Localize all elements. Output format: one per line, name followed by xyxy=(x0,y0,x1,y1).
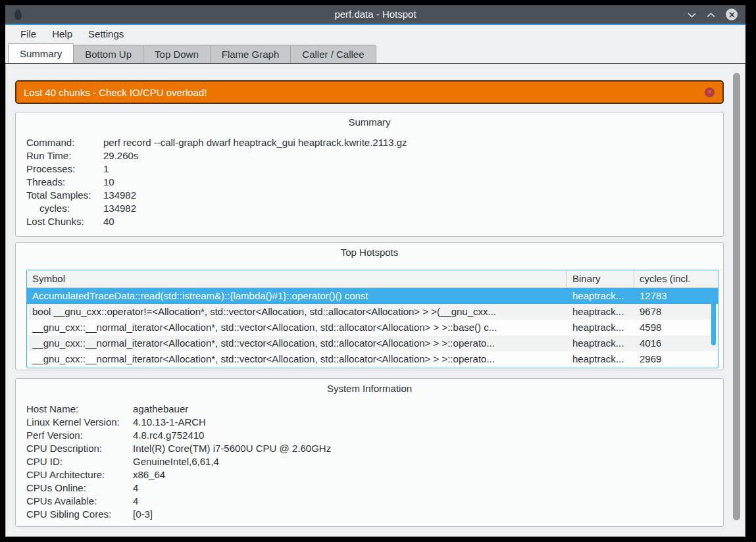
sysinfo-row-cpu-id: CPU ID: GenuineIntel,6,61,4 xyxy=(16,455,723,468)
field-value: perf record --call-graph dwarf heaptrack… xyxy=(103,136,407,149)
field-label: Threads: xyxy=(26,176,103,189)
hotspots-groupbox-title: Top Hotspots xyxy=(16,243,723,258)
app-window: perf.data - Hotspot File Help Settin xyxy=(5,5,745,537)
sysinfo-row-host-name: Host Name: agathebauer xyxy=(16,403,723,416)
system-info-groupbox-title: System Information xyxy=(16,379,723,394)
field-label: Host Name: xyxy=(26,403,133,416)
table-row[interactable]: bool __gnu_cxx::operator!=<Allocation*, … xyxy=(27,304,718,320)
cell-cycles: 4598 xyxy=(634,320,710,335)
tab-top-down[interactable]: Top Down xyxy=(143,45,211,63)
menu-settings[interactable]: Settings xyxy=(80,26,132,42)
cell-symbol: __gnu_cxx::__normal_iterator<Allocation*… xyxy=(27,320,567,335)
field-value: 134982 xyxy=(103,202,136,215)
field-label: CPU Sibling Cores: xyxy=(26,508,133,521)
summary-groupbox-title: Summary xyxy=(16,112,723,128)
menubar: File Help Settings xyxy=(5,25,745,43)
tab-bottom-up[interactable]: Bottom Up xyxy=(73,45,143,63)
maximize-button[interactable] xyxy=(707,9,715,20)
cell-cycles: 12783 xyxy=(634,288,710,304)
summary-rows: Command: perf record --call-graph dwarf … xyxy=(16,128,723,228)
banner-close-button[interactable]: ✕ xyxy=(705,87,715,97)
sysinfo-row-perf-version: Perf Version: 4.8.rc4.g752410 xyxy=(16,429,723,442)
tab-caller-callee[interactable]: Caller / Callee xyxy=(290,45,376,63)
cell-cycles: 4016 xyxy=(634,335,710,351)
table-row[interactable]: AccumulatedTraceData::read(std::istream&… xyxy=(27,288,718,304)
field-value: 4.10.13-1-ARCH xyxy=(133,416,206,429)
menu-help[interactable]: Help xyxy=(44,26,80,42)
field-value: x86_64 xyxy=(133,468,165,481)
field-label: Command: xyxy=(26,136,103,149)
close-button[interactable] xyxy=(726,9,738,20)
hotspots-table-header: Symbol Binary cycles (incl. xyxy=(27,270,718,288)
summary-row-run-time: Run Time: 29.260s xyxy=(16,149,723,162)
field-value: 1 xyxy=(103,162,109,176)
table-row[interactable]: __gnu_cxx::__normal_iterator<Allocation*… xyxy=(27,351,718,367)
sysinfo-row-cpus-online: CPUs Online: 4 xyxy=(16,481,723,495)
hotspots-table: Symbol Binary cycles (incl. AccumulatedT… xyxy=(26,270,718,368)
table-scrollbar[interactable] xyxy=(711,293,716,345)
field-value: 4 xyxy=(133,481,138,495)
field-label: Linux Kernel Version: xyxy=(26,416,133,429)
cell-binary: heaptrack... xyxy=(567,320,634,335)
hotspots-groupbox: Top Hotspots Symbol Binary cycles (incl.… xyxy=(15,242,724,370)
summary-row-processes: Processes: 1 xyxy=(16,162,723,176)
cell-binary: heaptrack... xyxy=(567,335,634,351)
sysinfo-row-sibling-cores: CPU Sibling Cores: [0-3] xyxy=(16,508,723,521)
table-row[interactable]: __gnu_cxx::__normal_iterator<Allocation*… xyxy=(27,335,718,351)
cell-binary: heaptrack... xyxy=(567,304,634,320)
column-header-symbol[interactable]: Symbol xyxy=(27,270,567,287)
field-value: 4 xyxy=(133,495,138,508)
column-header-cycles[interactable]: cycles (incl. xyxy=(634,270,710,287)
sysinfo-row-cpus-available: CPUs Available: 4 xyxy=(16,495,723,508)
cell-symbol: __gnu_cxx::__normal_iterator<Allocation*… xyxy=(27,335,567,351)
summary-row-lost-chunks: Lost Chunks: 40 xyxy=(16,215,723,228)
menu-file[interactable]: File xyxy=(13,26,44,42)
sysinfo-row-kernel: Linux Kernel Version: 4.10.13-1-ARCH xyxy=(16,416,723,429)
system-info-groupbox: System Information Host Name: agathebaue… xyxy=(15,378,724,527)
field-label: Perf Version: xyxy=(26,429,133,442)
summary-row-command: Command: perf record --call-graph dwarf … xyxy=(16,136,723,149)
cell-cycles: 2969 xyxy=(634,351,710,367)
page-scrollbar-handle[interactable] xyxy=(733,73,740,520)
field-label: CPUs Available: xyxy=(26,495,133,508)
field-label: CPU Description: xyxy=(26,442,133,455)
header-spacer xyxy=(710,270,718,287)
field-value: 4.8.rc4.g752410 xyxy=(133,429,204,442)
field-label: CPU Architecture: xyxy=(26,468,133,481)
field-label: Total Samples: xyxy=(26,189,103,202)
cell-symbol: __gnu_cxx::__normal_iterator<Allocation*… xyxy=(27,351,567,367)
field-value: 29.260s xyxy=(103,149,138,162)
window-controls xyxy=(688,5,738,24)
field-label: cycles: xyxy=(26,202,103,215)
page-scrollbar-track[interactable] xyxy=(730,65,743,535)
chevron-up-icon xyxy=(707,9,715,20)
warning-banner-text: Lost 40 chunks - Check IO/CPU overload! xyxy=(16,87,705,98)
banner-close-icon: ✕ xyxy=(707,89,713,95)
summary-page: Lost 40 chunks - Check IO/CPU overload! … xyxy=(5,64,745,537)
tabbar: Summary Bottom Up Top Down Flame Graph C… xyxy=(5,43,745,64)
field-value: 10 xyxy=(103,176,114,189)
cell-symbol: bool __gnu_cxx::operator!=<Allocation*, … xyxy=(27,304,567,320)
window-title: perf.data - Hotspot xyxy=(5,5,745,24)
table-row[interactable]: __gnu_cxx::__normal_iterator<Allocation*… xyxy=(27,320,718,335)
summary-row-total-samples: Total Samples: 134982 xyxy=(16,189,723,202)
summary-row-cycles: cycles: 134982 xyxy=(16,202,723,215)
chevron-down-icon xyxy=(688,9,696,20)
minimize-button[interactable] xyxy=(688,9,696,20)
field-label: CPU ID: xyxy=(26,455,133,468)
cell-cycles: 9678 xyxy=(634,304,710,320)
field-label: Processes: xyxy=(26,162,103,176)
field-value: Intel(R) Core(TM) i7-5600U CPU @ 2.60GHz xyxy=(133,442,331,455)
tab-summary[interactable]: Summary xyxy=(8,43,74,63)
field-value: 134982 xyxy=(103,189,136,202)
summary-row-threads: Threads: 10 xyxy=(16,176,723,189)
summary-groupbox: Summary Command: perf record --call-grap… xyxy=(15,112,724,237)
warning-banner: Lost 40 chunks - Check IO/CPU overload! … xyxy=(15,80,724,104)
sysinfo-row-cpu-description: CPU Description: Intel(R) Core(TM) i7-56… xyxy=(16,442,723,455)
row-spacer xyxy=(710,351,718,367)
tab-flame-graph[interactable]: Flame Graph xyxy=(210,45,291,63)
cell-binary: heaptrack... xyxy=(567,288,634,304)
field-label: CPUs Online: xyxy=(26,481,133,495)
column-header-binary[interactable]: Binary xyxy=(567,270,634,287)
titlebar: perf.data - Hotspot xyxy=(5,5,745,24)
